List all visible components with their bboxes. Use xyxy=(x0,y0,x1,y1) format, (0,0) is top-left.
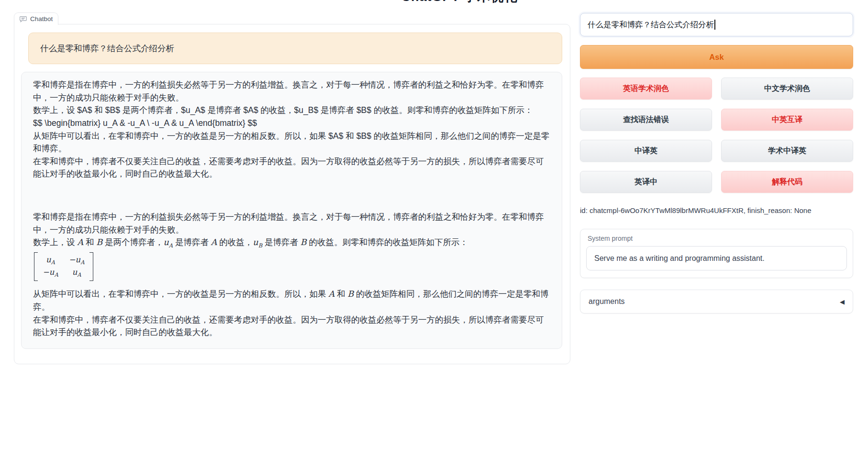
math-matrix: uA−uA−uAuA xyxy=(33,250,550,288)
ask-button[interactable]: Ask xyxy=(580,45,853,69)
function-button[interactable]: 中译英 xyxy=(580,140,712,162)
control-column: 什么是零和博弈？结合公式介绍分析 Ask 英语学术润色中文学术润色查找语法错误中… xyxy=(580,13,853,314)
math-token: uA xyxy=(46,255,55,264)
bot-message-text: 零和博弈是指在博弈中，一方的利益损失必然等于另一方的利益增益。换言之，对于每一种… xyxy=(33,79,550,339)
user-message-text: 什么是零和博弈？结合公式介绍分析 xyxy=(40,44,174,53)
function-button[interactable]: 学术中译英 xyxy=(721,140,853,162)
message-line: 数学上，设 A 和 B 是两个博弈者，uA 是博弈者 A 的收益，uB 是博弈者… xyxy=(33,236,550,250)
math-token: B xyxy=(347,289,354,299)
status-line: id: chatcmpl-6wOo7KrYTwMl89lbrMWRu4UkFFX… xyxy=(580,206,853,214)
bot-message: 零和博弈是指在博弈中，一方的利益损失必然等于另一方的利益增益。换言之，对于每一种… xyxy=(21,72,562,349)
function-button-grid: 英语学术润色中文学术润色查找语法错误中英互译中译英学术中译英英译中解释代码 xyxy=(580,78,853,193)
message-line: 在零和博弈中，博弈者不仅要关注自己的收益，还需要考虑对手的收益。因为一方取得的收… xyxy=(33,155,550,180)
chatbot-panel-label: Chatbot xyxy=(14,12,58,25)
system-prompt-value: Serve me as a writing and programming as… xyxy=(594,254,765,263)
function-button[interactable]: 英译中 xyxy=(580,171,712,193)
page-title: ChatGPT 学术优化 xyxy=(335,0,584,5)
math-token: B xyxy=(96,237,102,247)
message-line: 从矩阵中可以看出，在零和博弈中，一方的收益是另一方的相反数。所以，如果 A 和 … xyxy=(33,288,550,313)
message-line: 零和博弈是指在博弈中，一方的利益损失必然等于另一方的利益增益。换言之，对于每一种… xyxy=(33,211,550,236)
math-token: uA xyxy=(72,268,81,277)
message-line: 数学上，设 $A$ 和 $B$ 是两个博弈者，$u_A$ 是博弈者 $A$ 的收… xyxy=(33,104,550,117)
function-button[interactable]: 英语学术润色 xyxy=(580,78,712,100)
message-line: 从矩阵中可以看出，在零和博弈中，一方的收益是另一方的相反数。所以，如果 $A$ … xyxy=(33,130,550,155)
arguments-accordion[interactable]: arguments ◀ xyxy=(580,290,853,314)
math-token: A xyxy=(211,237,217,247)
function-button[interactable]: 查找语法错误 xyxy=(580,109,712,131)
matrix-cell: uA xyxy=(69,267,85,279)
accordion-collapse-icon[interactable]: ◀ xyxy=(840,298,845,305)
function-button[interactable]: 解释代码 xyxy=(721,171,853,193)
math-token: uA xyxy=(164,237,173,247)
function-button[interactable]: 中文学术润色 xyxy=(721,78,853,100)
math-token: uB xyxy=(253,237,262,247)
question-input[interactable]: 什么是零和博弈？结合公式介绍分析 xyxy=(580,13,853,36)
text-cursor xyxy=(714,20,715,30)
chatbot-label-text: Chatbot xyxy=(30,15,53,22)
message-line: $$ \begin{bmatrix} u_A & -u_A \ -u_A & u… xyxy=(33,117,550,130)
message-line: 零和博弈是指在博弈中，一方的利益损失必然等于另一方的利益增益。换言之，对于每一种… xyxy=(33,79,550,104)
function-button[interactable]: 中英互译 xyxy=(721,109,853,131)
math-token: A xyxy=(328,289,334,299)
math-token: −uA xyxy=(43,268,58,277)
user-message: 什么是零和博弈？结合公式介绍分析 xyxy=(28,33,562,64)
matrix-cell: −uA xyxy=(43,267,58,279)
chatbot-panel: 什么是零和博弈？结合公式介绍分析 零和博弈是指在博弈中，一方的利益损失必然等于另… xyxy=(14,24,570,364)
matrix-cell: −uA xyxy=(69,254,85,267)
matrix-right-bracket xyxy=(89,252,93,281)
math-token: A xyxy=(77,237,83,247)
system-prompt-label: System prompt xyxy=(586,235,847,242)
matrix-cells: uA−uA−uAuA xyxy=(38,252,89,281)
arguments-accordion-label: arguments xyxy=(589,297,625,306)
matrix-cell: uA xyxy=(43,254,58,267)
message-spacer xyxy=(33,180,550,211)
matrix-left-bracket xyxy=(34,252,38,281)
math-token: −uA xyxy=(69,255,85,264)
question-input-value: 什么是零和博弈？结合公式介绍分析 xyxy=(588,20,714,30)
message-line: 在零和博弈中，博弈者不仅要关注自己的收益，还需要考虑对手的收益。因为一方取得的收… xyxy=(33,314,550,339)
system-prompt-panel: System prompt Serve me as a writing and … xyxy=(580,229,853,278)
system-prompt-input[interactable]: Serve me as a writing and programming as… xyxy=(586,246,847,270)
math-token: B xyxy=(300,237,307,247)
page-title-clipped: ChatGPT 学术优化 xyxy=(335,0,584,5)
chat-bubble-icon xyxy=(20,16,27,22)
app-canvas: ChatGPT 学术优化 Chatbot 什么是零和博弈？结合公式介绍分析 零和… xyxy=(0,0,868,460)
